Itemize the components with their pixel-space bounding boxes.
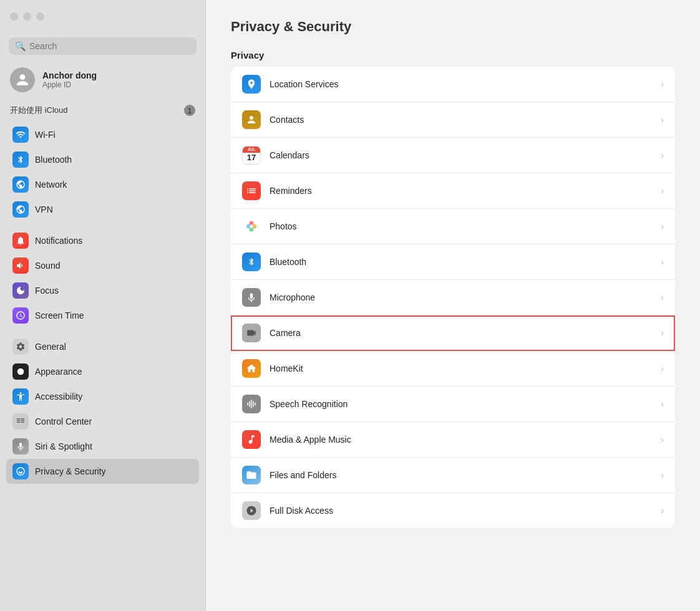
icloud-label: 开始使用 iCloud: [10, 105, 67, 116]
accessibility-icon: [12, 388, 29, 405]
traffic-light-minimize[interactable]: [23, 12, 31, 21]
icloud-banner[interactable]: 开始使用 iCloud 1: [0, 101, 205, 120]
sidebar-item-notifications[interactable]: Notifications: [6, 228, 199, 253]
sidebar-item-label: Sound: [35, 261, 60, 271]
row-speech[interactable]: Speech Recognition ›: [231, 387, 675, 422]
chevron-icon: ›: [661, 115, 664, 125]
chevron-icon: ›: [661, 79, 664, 89]
appearance-icon: [12, 363, 29, 380]
notifications-icon: [12, 233, 29, 249]
titlebar: [0, 0, 205, 32]
row-reminders[interactable]: Reminders ›: [231, 173, 675, 209]
sidebar-item-privacy[interactable]: Privacy & Security: [6, 459, 199, 484]
reminders-icon: [242, 181, 261, 200]
sidebar-item-vpn[interactable]: VPN: [6, 197, 199, 222]
row-label: Photos: [270, 221, 661, 231]
svg-point-5: [250, 224, 253, 228]
speech-icon: [242, 395, 261, 413]
sidebar-item-bluetooth[interactable]: Bluetooth: [6, 147, 199, 172]
row-label: Microphone: [270, 292, 661, 302]
row-label: Bluetooth: [270, 257, 661, 267]
sidebar-item-label: Focus: [35, 286, 59, 296]
row-bluetooth[interactable]: Bluetooth ›: [231, 244, 675, 280]
search-input[interactable]: [29, 41, 190, 51]
sidebar-item-label: Wi-Fi: [35, 130, 56, 140]
chevron-icon: ›: [661, 363, 664, 373]
row-label: Location Services: [270, 79, 661, 89]
chevron-icon: ›: [661, 470, 664, 480]
page-title: Privacy & Security: [231, 19, 675, 35]
search-bar[interactable]: 🔍: [9, 37, 197, 55]
search-icon: 🔍: [15, 41, 26, 51]
row-label: Media & Apple Music: [270, 435, 661, 445]
calendars-icon: JUL 17: [242, 146, 261, 165]
row-label: Calendars: [270, 150, 661, 160]
sidebar: 🔍 Anchor dong Apple ID 开始使用 iCloud 1 Wi-…: [0, 0, 206, 611]
sidebar-item-label: Screen Time: [35, 310, 84, 320]
sidebar-item-general[interactable]: General: [6, 334, 199, 359]
general-icon: [12, 339, 29, 355]
row-camera[interactable]: Camera ›: [231, 315, 675, 351]
sidebar-item-network[interactable]: Network: [6, 172, 199, 197]
fulldisk-icon: [242, 501, 261, 520]
sidebar-item-siri[interactable]: Siri & Spotlight: [6, 434, 199, 459]
camera-icon: [242, 324, 261, 342]
files-icon: [242, 466, 261, 484]
row-contacts[interactable]: Contacts ›: [231, 102, 675, 138]
row-files[interactable]: Files and Folders ›: [231, 458, 675, 493]
main-content: Privacy & Security Privacy Location Serv…: [206, 0, 700, 611]
username: Anchor dong: [42, 70, 97, 80]
chevron-icon: ›: [661, 221, 664, 231]
sidebar-item-controlcenter[interactable]: Control Center: [6, 409, 199, 434]
chevron-icon: ›: [661, 506, 664, 516]
focus-icon: [12, 282, 29, 299]
chevron-icon: ›: [661, 292, 664, 302]
sidebar-item-accessibility[interactable]: Accessibility: [6, 384, 199, 409]
avatar: [10, 67, 35, 92]
row-label: Speech Recognition: [270, 399, 661, 409]
row-media[interactable]: Media & Apple Music ›: [231, 422, 675, 458]
user-profile[interactable]: Anchor dong Apple ID: [0, 61, 205, 101]
sound-icon: [12, 257, 29, 274]
sidebar-item-appearance[interactable]: Appearance: [6, 359, 199, 384]
chevron-icon: ›: [661, 435, 664, 445]
controlcenter-icon: [12, 413, 29, 430]
row-label: Camera: [270, 328, 661, 338]
row-fulldisk[interactable]: Full Disk Access ›: [231, 493, 675, 528]
chevron-icon: ›: [661, 257, 664, 267]
chevron-icon: ›: [661, 328, 664, 338]
traffic-light-maximize[interactable]: [36, 12, 44, 21]
sidebar-item-label: Notifications: [35, 236, 82, 246]
traffic-light-close[interactable]: [10, 12, 18, 21]
row-photos[interactable]: Photos ›: [231, 209, 675, 244]
sidebar-item-label: Siri & Spotlight: [35, 441, 92, 451]
sidebar-item-screentime[interactable]: Screen Time: [6, 303, 199, 328]
row-label: Full Disk Access: [270, 506, 661, 516]
row-homekit[interactable]: HomeKit ›: [231, 351, 675, 387]
section-privacy-title: Privacy: [231, 50, 675, 60]
chevron-icon: ›: [661, 399, 664, 409]
sidebar-item-sound[interactable]: Sound: [6, 253, 199, 278]
row-calendars[interactable]: JUL 17 Calendars ›: [231, 138, 675, 173]
vpn-icon: [12, 201, 29, 218]
media-icon: [242, 430, 261, 449]
row-label: Files and Folders: [270, 470, 661, 480]
screentime-icon: [12, 307, 29, 324]
row-microphone[interactable]: Microphone ›: [231, 280, 675, 315]
homekit-icon: [242, 359, 261, 378]
chevron-icon: ›: [661, 186, 664, 196]
sidebar-item-label: Accessibility: [35, 392, 82, 402]
wifi-icon: [12, 127, 29, 143]
sidebar-item-wifi[interactable]: Wi-Fi: [6, 122, 199, 147]
sidebar-item-label: Control Center: [35, 416, 92, 426]
sidebar-item-label: Network: [35, 180, 67, 190]
sidebar-item-label: Appearance: [35, 367, 82, 377]
location-icon: [242, 75, 261, 94]
sidebar-item-focus[interactable]: Focus: [6, 278, 199, 303]
row-label: HomeKit: [270, 363, 661, 373]
settings-list: Location Services › Contacts › JUL 17 Ca…: [231, 67, 675, 528]
photos-icon: [242, 217, 261, 236]
sidebar-item-label: VPN: [35, 204, 53, 214]
network-icon: [12, 176, 29, 193]
row-location[interactable]: Location Services ›: [231, 67, 675, 102]
